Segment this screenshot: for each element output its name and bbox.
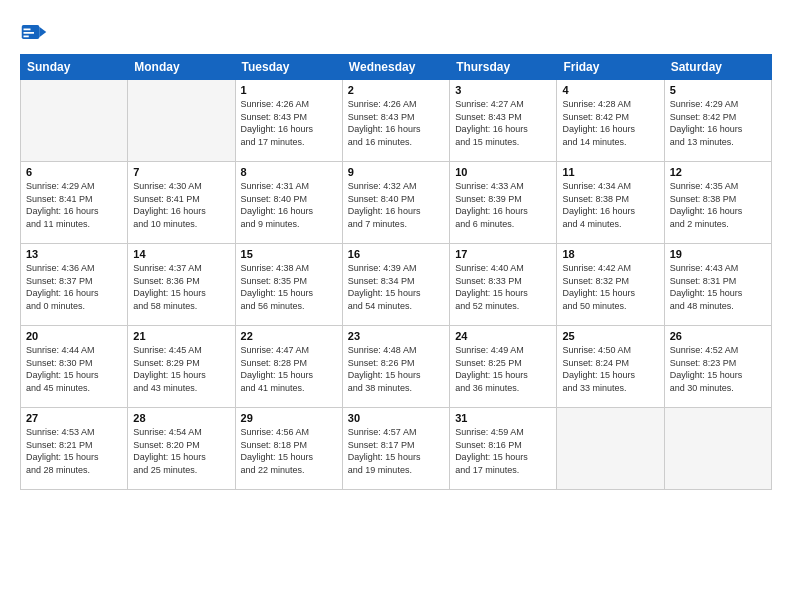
day-info: Sunrise: 4:49 AM Sunset: 8:25 PM Dayligh… <box>455 344 551 394</box>
day-info: Sunrise: 4:33 AM Sunset: 8:39 PM Dayligh… <box>455 180 551 230</box>
day-number: 18 <box>562 248 658 260</box>
day-number: 28 <box>133 412 229 424</box>
logo-icon <box>20 18 48 46</box>
calendar-cell: 14Sunrise: 4:37 AM Sunset: 8:36 PM Dayli… <box>128 244 235 326</box>
day-number: 6 <box>26 166 122 178</box>
weekday-header-saturday: Saturday <box>664 55 771 80</box>
day-number: 19 <box>670 248 766 260</box>
calendar-cell: 17Sunrise: 4:40 AM Sunset: 8:33 PM Dayli… <box>450 244 557 326</box>
day-info: Sunrise: 4:32 AM Sunset: 8:40 PM Dayligh… <box>348 180 444 230</box>
calendar-cell <box>21 80 128 162</box>
calendar-cell <box>128 80 235 162</box>
day-info: Sunrise: 4:29 AM Sunset: 8:41 PM Dayligh… <box>26 180 122 230</box>
day-info: Sunrise: 4:34 AM Sunset: 8:38 PM Dayligh… <box>562 180 658 230</box>
day-info: Sunrise: 4:59 AM Sunset: 8:16 PM Dayligh… <box>455 426 551 476</box>
calendar-cell: 9Sunrise: 4:32 AM Sunset: 8:40 PM Daylig… <box>342 162 449 244</box>
day-number: 31 <box>455 412 551 424</box>
day-info: Sunrise: 4:53 AM Sunset: 8:21 PM Dayligh… <box>26 426 122 476</box>
day-number: 27 <box>26 412 122 424</box>
day-info: Sunrise: 4:30 AM Sunset: 8:41 PM Dayligh… <box>133 180 229 230</box>
calendar-cell: 30Sunrise: 4:57 AM Sunset: 8:17 PM Dayli… <box>342 408 449 490</box>
calendar-cell: 8Sunrise: 4:31 AM Sunset: 8:40 PM Daylig… <box>235 162 342 244</box>
day-number: 20 <box>26 330 122 342</box>
calendar-cell: 20Sunrise: 4:44 AM Sunset: 8:30 PM Dayli… <box>21 326 128 408</box>
day-info: Sunrise: 4:48 AM Sunset: 8:26 PM Dayligh… <box>348 344 444 394</box>
day-info: Sunrise: 4:26 AM Sunset: 8:43 PM Dayligh… <box>348 98 444 148</box>
day-number: 14 <box>133 248 229 260</box>
day-info: Sunrise: 4:52 AM Sunset: 8:23 PM Dayligh… <box>670 344 766 394</box>
calendar-cell: 13Sunrise: 4:36 AM Sunset: 8:37 PM Dayli… <box>21 244 128 326</box>
calendar-cell: 7Sunrise: 4:30 AM Sunset: 8:41 PM Daylig… <box>128 162 235 244</box>
day-number: 24 <box>455 330 551 342</box>
day-info: Sunrise: 4:40 AM Sunset: 8:33 PM Dayligh… <box>455 262 551 312</box>
day-number: 4 <box>562 84 658 96</box>
calendar-cell: 21Sunrise: 4:45 AM Sunset: 8:29 PM Dayli… <box>128 326 235 408</box>
calendar-cell: 25Sunrise: 4:50 AM Sunset: 8:24 PM Dayli… <box>557 326 664 408</box>
weekday-header-thursday: Thursday <box>450 55 557 80</box>
calendar-cell: 22Sunrise: 4:47 AM Sunset: 8:28 PM Dayli… <box>235 326 342 408</box>
calendar-cell: 3Sunrise: 4:27 AM Sunset: 8:43 PM Daylig… <box>450 80 557 162</box>
weekday-header-monday: Monday <box>128 55 235 80</box>
day-number: 17 <box>455 248 551 260</box>
calendar-cell: 24Sunrise: 4:49 AM Sunset: 8:25 PM Dayli… <box>450 326 557 408</box>
calendar-cell: 4Sunrise: 4:28 AM Sunset: 8:42 PM Daylig… <box>557 80 664 162</box>
calendar-cell: 18Sunrise: 4:42 AM Sunset: 8:32 PM Dayli… <box>557 244 664 326</box>
day-number: 7 <box>133 166 229 178</box>
svg-marker-1 <box>39 27 46 38</box>
weekday-header-sunday: Sunday <box>21 55 128 80</box>
day-number: 10 <box>455 166 551 178</box>
calendar-cell: 26Sunrise: 4:52 AM Sunset: 8:23 PM Dayli… <box>664 326 771 408</box>
day-number: 13 <box>26 248 122 260</box>
calendar-cell: 16Sunrise: 4:39 AM Sunset: 8:34 PM Dayli… <box>342 244 449 326</box>
day-number: 2 <box>348 84 444 96</box>
day-info: Sunrise: 4:27 AM Sunset: 8:43 PM Dayligh… <box>455 98 551 148</box>
svg-rect-2 <box>24 29 31 31</box>
calendar-cell: 19Sunrise: 4:43 AM Sunset: 8:31 PM Dayli… <box>664 244 771 326</box>
day-info: Sunrise: 4:39 AM Sunset: 8:34 PM Dayligh… <box>348 262 444 312</box>
weekday-header-friday: Friday <box>557 55 664 80</box>
day-info: Sunrise: 4:45 AM Sunset: 8:29 PM Dayligh… <box>133 344 229 394</box>
day-info: Sunrise: 4:28 AM Sunset: 8:42 PM Dayligh… <box>562 98 658 148</box>
calendar-cell: 28Sunrise: 4:54 AM Sunset: 8:20 PM Dayli… <box>128 408 235 490</box>
logo <box>20 18 52 46</box>
day-info: Sunrise: 4:42 AM Sunset: 8:32 PM Dayligh… <box>562 262 658 312</box>
day-info: Sunrise: 4:37 AM Sunset: 8:36 PM Dayligh… <box>133 262 229 312</box>
day-info: Sunrise: 4:29 AM Sunset: 8:42 PM Dayligh… <box>670 98 766 148</box>
calendar-cell: 31Sunrise: 4:59 AM Sunset: 8:16 PM Dayli… <box>450 408 557 490</box>
day-info: Sunrise: 4:50 AM Sunset: 8:24 PM Dayligh… <box>562 344 658 394</box>
day-number: 26 <box>670 330 766 342</box>
day-number: 30 <box>348 412 444 424</box>
day-number: 16 <box>348 248 444 260</box>
day-number: 9 <box>348 166 444 178</box>
day-info: Sunrise: 4:31 AM Sunset: 8:40 PM Dayligh… <box>241 180 337 230</box>
day-number: 22 <box>241 330 337 342</box>
day-info: Sunrise: 4:44 AM Sunset: 8:30 PM Dayligh… <box>26 344 122 394</box>
calendar-cell <box>664 408 771 490</box>
day-info: Sunrise: 4:35 AM Sunset: 8:38 PM Dayligh… <box>670 180 766 230</box>
day-info: Sunrise: 4:38 AM Sunset: 8:35 PM Dayligh… <box>241 262 337 312</box>
day-number: 29 <box>241 412 337 424</box>
calendar-cell <box>557 408 664 490</box>
day-number: 3 <box>455 84 551 96</box>
calendar-cell: 5Sunrise: 4:29 AM Sunset: 8:42 PM Daylig… <box>664 80 771 162</box>
weekday-header-tuesday: Tuesday <box>235 55 342 80</box>
calendar-cell: 10Sunrise: 4:33 AM Sunset: 8:39 PM Dayli… <box>450 162 557 244</box>
day-number: 21 <box>133 330 229 342</box>
day-number: 8 <box>241 166 337 178</box>
day-info: Sunrise: 4:47 AM Sunset: 8:28 PM Dayligh… <box>241 344 337 394</box>
day-info: Sunrise: 4:43 AM Sunset: 8:31 PM Dayligh… <box>670 262 766 312</box>
calendar-cell: 1Sunrise: 4:26 AM Sunset: 8:43 PM Daylig… <box>235 80 342 162</box>
svg-rect-4 <box>24 36 29 38</box>
calendar-cell: 15Sunrise: 4:38 AM Sunset: 8:35 PM Dayli… <box>235 244 342 326</box>
day-number: 11 <box>562 166 658 178</box>
calendar-cell: 27Sunrise: 4:53 AM Sunset: 8:21 PM Dayli… <box>21 408 128 490</box>
calendar-cell: 23Sunrise: 4:48 AM Sunset: 8:26 PM Dayli… <box>342 326 449 408</box>
svg-rect-3 <box>24 32 35 34</box>
day-number: 15 <box>241 248 337 260</box>
calendar-cell: 11Sunrise: 4:34 AM Sunset: 8:38 PM Dayli… <box>557 162 664 244</box>
calendar-cell: 6Sunrise: 4:29 AM Sunset: 8:41 PM Daylig… <box>21 162 128 244</box>
day-info: Sunrise: 4:57 AM Sunset: 8:17 PM Dayligh… <box>348 426 444 476</box>
calendar-cell: 12Sunrise: 4:35 AM Sunset: 8:38 PM Dayli… <box>664 162 771 244</box>
day-info: Sunrise: 4:36 AM Sunset: 8:37 PM Dayligh… <box>26 262 122 312</box>
day-number: 5 <box>670 84 766 96</box>
